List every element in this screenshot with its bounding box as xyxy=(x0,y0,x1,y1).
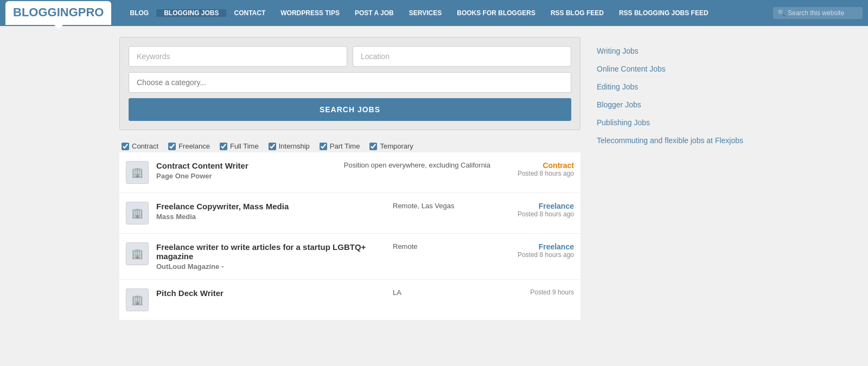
page-wrap: SEARCH JOBS ContractFreelanceFull TimeIn… xyxy=(108,26,760,331)
sidebar-item-writing-jobs[interactable]: Writing Jobs xyxy=(597,42,749,60)
nav-link-blog[interactable]: BLOG xyxy=(122,9,156,17)
sidebar-item-publishing-jobs[interactable]: Publishing Jobs xyxy=(597,114,749,132)
company-logo: 🏢 xyxy=(126,242,149,265)
sidebar-item-editing-jobs[interactable]: Editing Jobs xyxy=(597,78,749,96)
navbar: BLOGGINGPRO BLOGBLOGGING JOBSCONTACTWORD… xyxy=(0,0,868,26)
job-posted: Posted 9 hours xyxy=(498,288,574,296)
nav-link-rss-blog-feed[interactable]: RSS BLOG FEED xyxy=(543,9,611,17)
job-title[interactable]: Contract Content Writer xyxy=(156,161,336,170)
filter-checkbox-internship[interactable] xyxy=(269,143,276,150)
filter-internship[interactable]: Internship xyxy=(269,142,310,150)
filter-checkbox-freelance[interactable] xyxy=(168,143,176,150)
nav-link-rss-blogging-jobs-feed[interactable]: RSS BLOGGING JOBS FEED xyxy=(611,9,716,17)
table-row[interactable]: 🏢Contract Content Writer Page One PowerP… xyxy=(119,152,580,193)
nav-links: BLOGBLOGGING JOBSCONTACTWORDPRESS TIPSPO… xyxy=(122,9,773,17)
location-text: Remote xyxy=(393,242,490,251)
company-logo: 🏢 xyxy=(126,288,149,311)
building-icon: 🏢 xyxy=(131,166,143,178)
table-row[interactable]: 🏢Freelance Copywriter, Mass Media Mass M… xyxy=(119,193,580,234)
search-icon: 🔍 xyxy=(777,9,786,17)
job-title[interactable]: Freelance writer to write articles for a… xyxy=(156,242,385,261)
company-logo: 🏢 xyxy=(126,161,149,184)
job-type-badge: Contract xyxy=(498,161,574,170)
filter-freelance[interactable]: Freelance xyxy=(168,142,210,150)
nav-link-wordpress-tips[interactable]: WORDPRESS TIPS xyxy=(273,9,347,17)
job-location: Remote xyxy=(393,242,490,252)
job-title[interactable]: Freelance Copywriter, Mass Media xyxy=(156,202,385,211)
category-input[interactable] xyxy=(129,72,571,93)
job-company: OutLoud Magazine - xyxy=(156,262,385,271)
job-info: Contract Content Writer Page One Power xyxy=(156,161,336,180)
location-text: LA xyxy=(393,288,490,297)
location-input[interactable] xyxy=(353,46,571,67)
job-info: Freelance Copywriter, Mass Media Mass Me… xyxy=(156,202,385,221)
filter-checkbox-contract[interactable] xyxy=(122,143,129,150)
job-company: Mass Media xyxy=(156,213,385,221)
sidebar-item-blogger-jobs[interactable]: Blogger Jobs xyxy=(597,96,749,114)
job-info: Pitch Deck Writer xyxy=(156,288,385,299)
job-badge-wrap: Freelance Posted 8 hours ago xyxy=(498,202,574,218)
job-type-badge: Freelance xyxy=(498,202,574,210)
nav-link-services[interactable]: SERVICES xyxy=(401,9,449,17)
nav-search[interactable]: 🔍 xyxy=(773,7,863,19)
job-location: LA xyxy=(393,288,490,298)
filter-temporary[interactable]: Temporary xyxy=(369,142,413,150)
location-text: Remote, Las Vegas xyxy=(393,202,490,210)
building-icon: 🏢 xyxy=(131,207,143,219)
logo-black: BLOGGING xyxy=(13,5,78,19)
job-posted: Posted 8 hours ago xyxy=(498,210,574,218)
company-logo: 🏢 xyxy=(126,202,149,224)
sidebar-item-online-content-jobs[interactable]: Online Content Jobs xyxy=(597,60,749,78)
filter-full-time[interactable]: Full Time xyxy=(220,142,259,150)
filter-label: Temporary xyxy=(380,142,413,150)
logo[interactable]: BLOGGINGPRO xyxy=(5,1,111,25)
filter-part-time[interactable]: Part Time xyxy=(320,142,360,150)
filter-label: Contract xyxy=(132,142,158,150)
filter-checkbox-temporary[interactable] xyxy=(369,143,377,150)
nav-link-post-a-job[interactable]: POST A JOB xyxy=(347,9,401,17)
filter-checkbox-full-time[interactable] xyxy=(220,143,227,150)
job-location: Remote, Las Vegas xyxy=(393,202,490,211)
location-text: Position open everywhere, excluding Cali… xyxy=(344,161,490,169)
job-badge-wrap: Contract Posted 8 hours ago xyxy=(498,161,574,177)
search-row xyxy=(129,46,571,67)
table-row[interactable]: 🏢Pitch Deck Writer LAPosted 9 hours xyxy=(119,280,580,320)
job-location: Position open everywhere, excluding Cali… xyxy=(344,161,490,170)
nav-link-blogging-jobs[interactable]: BLOGGING JOBS xyxy=(156,9,226,17)
filter-label: Internship xyxy=(279,142,310,150)
table-row[interactable]: 🏢Freelance writer to write articles for … xyxy=(119,234,580,280)
logo-blue: PRO xyxy=(78,5,104,19)
job-company: Page One Power xyxy=(156,172,336,180)
filter-label: Freelance xyxy=(178,142,210,150)
building-icon: 🏢 xyxy=(131,248,143,260)
main-content: SEARCH JOBS ContractFreelanceFull TimeIn… xyxy=(119,37,580,320)
building-icon: 🏢 xyxy=(131,294,143,306)
filter-contract[interactable]: Contract xyxy=(122,142,158,150)
job-type-badge: Freelance xyxy=(498,242,574,251)
nav-link-contact[interactable]: CONTACT xyxy=(226,9,273,17)
search-panel: SEARCH JOBS xyxy=(119,37,580,130)
nav-link-books-for-bloggers[interactable]: BOOKS FOR BLOGGERS xyxy=(449,9,543,17)
search-jobs-button[interactable]: SEARCH JOBS xyxy=(129,98,571,121)
filter-checkbox-part-time[interactable] xyxy=(320,143,327,150)
filter-label: Part Time xyxy=(330,142,360,150)
sidebar: Writing JobsOnline Content JobsEditing J… xyxy=(597,37,749,320)
job-posted: Posted 8 hours ago xyxy=(498,170,574,177)
logo-text: BLOGGINGPRO xyxy=(13,5,104,19)
job-badge-wrap: Posted 9 hours xyxy=(498,288,574,296)
filter-label: Full Time xyxy=(230,142,259,150)
job-info: Freelance writer to write articles for a… xyxy=(156,242,385,271)
job-badge-wrap: Freelance Posted 8 hours ago xyxy=(498,242,574,259)
keywords-input[interactable] xyxy=(129,46,347,67)
sidebar-item-telecommuting-and-flexible-jobs-at-flexjobs[interactable]: Telecommuting and flexible jobs at Flexj… xyxy=(597,132,749,149)
nav-search-input[interactable] xyxy=(788,9,858,17)
job-title[interactable]: Pitch Deck Writer xyxy=(156,288,385,298)
filter-row: ContractFreelanceFull TimeInternshipPart… xyxy=(119,136,580,152)
job-list: 🏢Contract Content Writer Page One PowerP… xyxy=(119,152,580,320)
job-posted: Posted 8 hours ago xyxy=(498,251,574,259)
